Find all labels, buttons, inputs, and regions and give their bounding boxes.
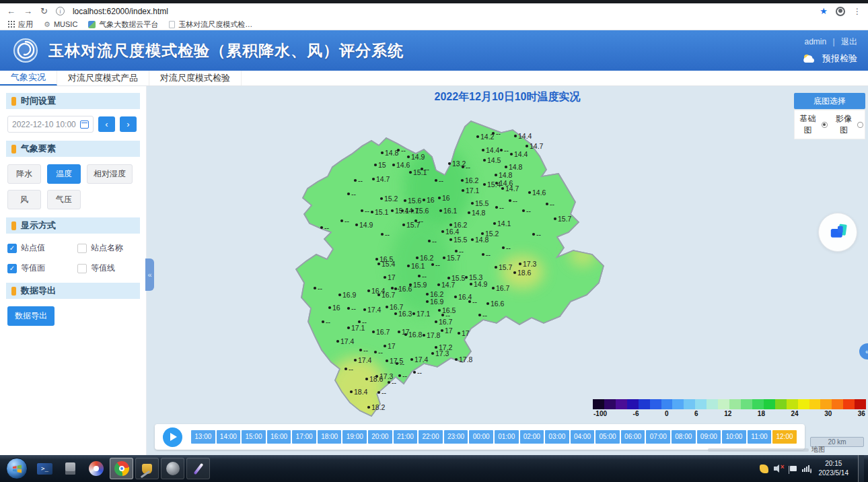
time-button[interactable]: 21:00 xyxy=(394,430,418,444)
bookmark-item[interactable]: 应用 xyxy=(8,20,33,30)
bookmark-star-icon[interactable]: ★ xyxy=(820,6,828,16)
checkbox-icon[interactable] xyxy=(77,244,87,253)
time-button[interactable]: 07:00 xyxy=(646,430,670,444)
site-info-icon[interactable]: i xyxy=(56,7,65,15)
network-warning-icon[interactable]: ! xyxy=(802,465,809,472)
station-value: -- xyxy=(499,203,504,211)
time-button[interactable]: 17:00 xyxy=(292,430,316,444)
logout-link[interactable]: 退出 xyxy=(841,37,857,46)
time-button[interactable]: 04:00 xyxy=(571,430,595,444)
time-button[interactable]: 03:00 xyxy=(545,430,569,444)
site-icon xyxy=(88,21,96,28)
checkbox-icon[interactable]: ✓ xyxy=(7,244,17,253)
station-point xyxy=(421,168,423,170)
time-button[interactable]: 12:00 xyxy=(772,430,797,444)
time-button[interactable]: 08:00 xyxy=(672,430,696,444)
section-bullet-icon xyxy=(11,145,16,153)
taskbar-browser-swirl-icon[interactable] xyxy=(84,458,108,479)
prev-time-button[interactable]: ‹ xyxy=(98,116,115,132)
time-button[interactable]: 11:00 xyxy=(748,430,772,444)
checkbox-icon[interactable] xyxy=(77,264,87,273)
station-value: 17.4 xyxy=(414,355,429,364)
display-checkbox[interactable]: 站点名称 xyxy=(77,242,139,254)
address-bar[interactable]: localhost:62000/index.html xyxy=(73,7,168,16)
element-button[interactable]: 相对湿度 xyxy=(87,164,133,184)
time-button[interactable]: 23:00 xyxy=(444,430,468,444)
basemap-option[interactable]: 影像图 xyxy=(832,113,864,136)
time-button[interactable]: 14:00 xyxy=(217,430,241,444)
time-button[interactable]: 13:00 xyxy=(191,430,215,444)
profile-icon[interactable] xyxy=(836,7,845,16)
volume-muted-icon[interactable]: × xyxy=(774,464,785,473)
display-checkbox[interactable]: ✓站点值 xyxy=(7,242,75,254)
taskbar-globe-icon[interactable] xyxy=(161,458,184,479)
legend-label: -6 xyxy=(633,410,639,417)
forecast-verify-link[interactable]: 预报检验 xyxy=(822,53,857,65)
time-button[interactable]: 01:00 xyxy=(495,430,519,444)
forward-icon[interactable]: → xyxy=(24,6,32,16)
legend-segment xyxy=(616,399,627,409)
station-point xyxy=(338,294,341,296)
nav-tab[interactable]: 对流尺度模式检验 xyxy=(149,71,242,85)
display-checkbox[interactable]: 等值线 xyxy=(77,263,139,274)
time-button[interactable]: 10:00 xyxy=(722,430,746,444)
legend-segment xyxy=(684,399,695,409)
bookmark-item[interactable]: ⚙MUSIC xyxy=(44,20,77,29)
play-button[interactable] xyxy=(163,427,182,447)
datetime-input[interactable]: 2022-12-10 10:00 xyxy=(7,116,94,133)
clock-date: 2023/5/14 xyxy=(819,469,849,478)
taskbar-chrome-icon[interactable] xyxy=(110,458,133,479)
station-point xyxy=(384,345,386,347)
time-button[interactable]: 05:00 xyxy=(595,430,620,444)
basemap-option[interactable]: 基础图 xyxy=(796,113,828,136)
time-button[interactable]: 20:00 xyxy=(368,430,392,444)
taskbar-clock[interactable]: 20:15 2023/5/14 xyxy=(819,459,849,478)
section-bullet-icon xyxy=(11,287,16,296)
taskbar-stylus-icon[interactable] xyxy=(186,458,210,479)
sidebar-collapse-handle[interactable]: « xyxy=(145,259,154,291)
time-button[interactable]: 02:00 xyxy=(520,430,544,444)
back-icon[interactable]: ← xyxy=(7,6,15,16)
reload-icon[interactable]: ↻ xyxy=(40,6,48,16)
station-point xyxy=(388,381,390,384)
nav-tab[interactable]: 对流尺度模式产品 xyxy=(57,71,149,85)
checkbox-icon[interactable]: ✓ xyxy=(7,264,17,273)
basemap-select-button[interactable]: 底图选择 xyxy=(794,93,865,109)
taskbar-server-manager-icon[interactable] xyxy=(59,458,82,479)
browser-menu-icon[interactable]: ⋮ xyxy=(853,7,861,16)
map-provider-logo[interactable] xyxy=(818,213,857,252)
start-button[interactable] xyxy=(6,458,28,479)
element-button[interactable]: 气压 xyxy=(47,190,81,209)
map-canvas[interactable]: 14.2--14.414.714.8--14.4--14.414.51514.6… xyxy=(147,86,868,455)
element-button[interactable]: 温度 xyxy=(47,164,81,184)
bookmark-item[interactable]: 气象大数据云平台 xyxy=(88,20,158,30)
element-button[interactable]: 风 xyxy=(7,190,41,209)
show-desktop-button[interactable] xyxy=(858,455,864,482)
station-point xyxy=(350,390,353,393)
page-icon xyxy=(169,21,175,28)
display-checkbox[interactable]: ✓等值面 xyxy=(7,263,75,274)
station-point xyxy=(384,276,386,279)
input-method-icon[interactable] xyxy=(760,464,768,473)
station-point xyxy=(322,320,324,323)
time-button[interactable]: 00:00 xyxy=(469,430,493,444)
time-button[interactable]: 19:00 xyxy=(342,430,367,444)
taskbar-database-tools-icon[interactable] xyxy=(135,458,159,479)
next-time-button[interactable]: › xyxy=(120,116,137,132)
data-export-button[interactable]: 数据导出 xyxy=(7,306,55,326)
radio-icon[interactable] xyxy=(822,122,828,128)
time-button[interactable]: 09:00 xyxy=(697,430,721,444)
element-button[interactable]: 降水 xyxy=(7,164,41,184)
radio-icon[interactable] xyxy=(857,122,863,128)
nav-tab[interactable]: 气象实况 xyxy=(0,71,57,85)
time-button[interactable]: 06:00 xyxy=(621,430,645,444)
action-center-flag-icon[interactable] xyxy=(790,466,797,471)
time-button[interactable]: 22:00 xyxy=(419,430,443,444)
calendar-icon[interactable] xyxy=(80,120,89,129)
taskbar-powershell-icon[interactable]: >_ xyxy=(33,458,57,479)
time-button[interactable]: 16:00 xyxy=(267,430,291,444)
time-button[interactable]: 15:00 xyxy=(242,430,266,444)
bookmark-item[interactable]: 玉林对流尺度模式检… xyxy=(169,20,252,30)
station-point xyxy=(367,406,370,409)
time-button[interactable]: 18:00 xyxy=(318,430,342,444)
